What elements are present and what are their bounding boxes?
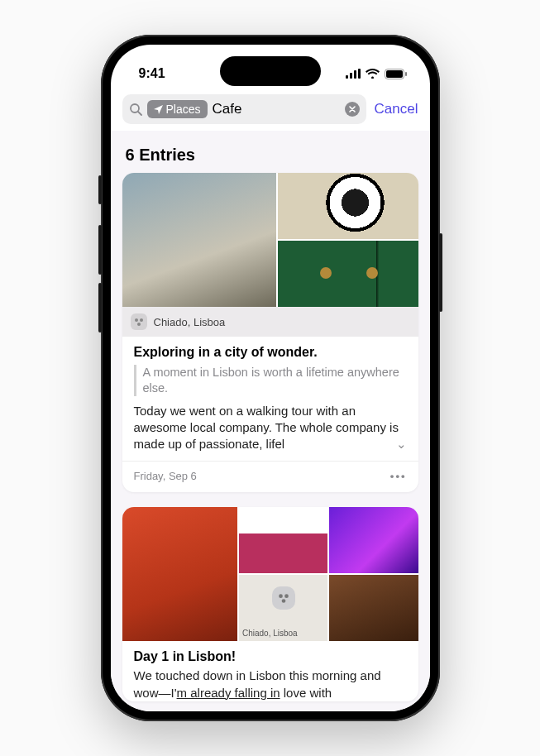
entry-photo-collage [122,173,418,307]
entry-body: Day 1 in Lisbon! We touched down in Lisb… [122,641,418,701]
entry-date: Friday, Sep 6 [134,470,197,482]
results-content[interactable]: 6 Entries Chiado, Lisboa Exploring in a … [111,131,430,711]
entry-text: We touched down in Lisbon this morning a… [134,667,407,701]
entry-map-tile[interactable]: Chiado, Lisboa [239,575,327,641]
svg-point-9 [135,318,138,322]
svg-line-8 [138,112,141,115]
results-heading: 6 Entries [122,131,418,173]
screen: 9:41 Places Cafe Cancel [111,45,430,711]
svg-rect-5 [386,70,403,78]
search-row: Places Cafe Cancel [111,91,430,131]
x-icon [349,106,356,112]
wifi-icon [366,69,380,79]
entry-photo [122,507,237,641]
status-time: 9:41 [139,66,165,81]
entry-photo [278,241,418,307]
status-indicators [346,69,407,79]
cellular-icon [346,69,361,79]
svg-point-14 [281,600,285,604]
entry-photo-collage: Chiado, Lisboa [122,507,418,641]
svg-rect-0 [346,75,348,79]
location-label: Chiado, Lisboa [154,316,226,328]
entry-photo [239,507,327,573]
chevron-down-icon[interactable]: ⌄ [391,436,407,452]
map-pin-icon [272,586,295,610]
location-pin-icon [131,313,147,330]
svg-rect-3 [358,69,361,79]
svg-point-12 [279,595,283,599]
svg-rect-6 [405,72,407,76]
side-button [98,225,102,275]
phone-frame: 9:41 Places Cafe Cancel [101,35,440,721]
search-query-text: Cafe [213,101,242,117]
svg-point-13 [284,595,289,599]
entry-photo [329,575,418,641]
map-label: Chiado, Lisboa [242,629,324,638]
entry-photo [278,173,418,239]
entry-photo [122,173,276,307]
entry-text: Today we went on a walking tour with an … [134,403,407,453]
entry-body: Exploring in a city of wonder. A moment … [122,337,418,452]
entry-quote: A moment in Lisbon is worth a lifetime a… [134,365,407,396]
location-arrow-icon [154,105,163,114]
clear-search-button[interactable] [345,102,360,117]
more-button[interactable]: ••• [390,470,407,482]
search-field[interactable]: Places Cafe [122,94,366,124]
svg-rect-1 [350,73,352,79]
entry-photo [329,507,418,573]
svg-point-11 [137,323,141,326]
battery-icon [385,69,407,79]
entry-title: Exploring in a city of wonder. [134,345,407,360]
dynamic-island [220,56,321,86]
location-bar[interactable]: Chiado, Lisboa [122,307,418,337]
cancel-button[interactable]: Cancel [375,101,418,117]
side-button [439,233,442,312]
svg-point-10 [140,318,143,322]
svg-rect-2 [354,70,356,79]
entry-title: Day 1 in Lisbon! [134,649,407,664]
search-filter-chip[interactable]: Places [147,100,208,118]
filter-label: Places [166,103,201,116]
search-icon [129,103,142,116]
side-button [98,283,102,333]
journal-entry-card[interactable]: Chiado, Lisboa Day 1 in Lisbon! We touch… [122,507,418,701]
side-button [98,175,102,204]
entry-footer: Friday, Sep 6 ••• [122,461,418,492]
journal-entry-card[interactable]: Chiado, Lisboa Exploring in a city of wo… [122,173,418,492]
